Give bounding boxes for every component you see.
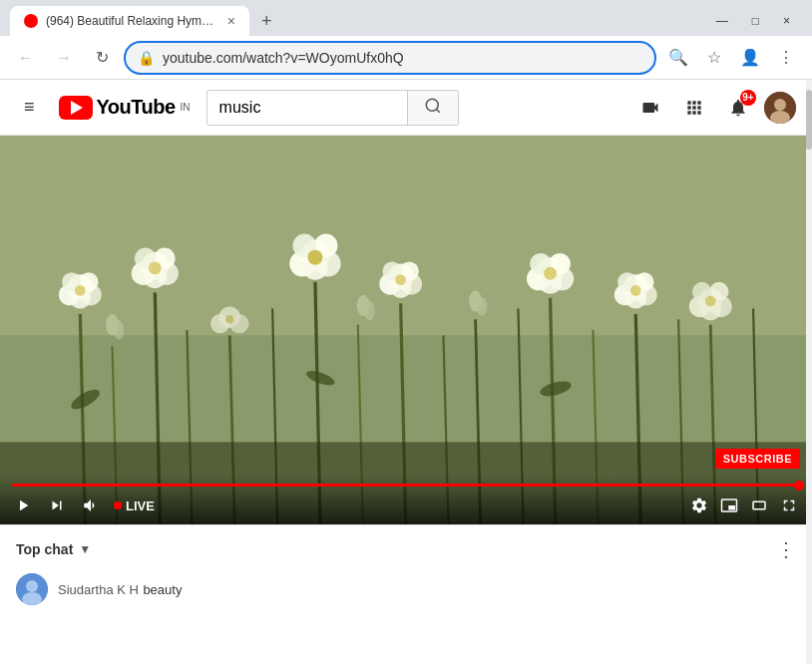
maximize-button[interactable]: □ [740,10,771,32]
address-bar-input[interactable] [163,50,642,66]
lock-icon: 🔒 [138,50,155,66]
browser-search-icon[interactable]: 🔍 [662,42,694,74]
skip-button[interactable] [46,495,68,516]
svg-point-83 [477,297,488,316]
video-thumbnail [0,136,812,524]
yt-search-input[interactable] [207,91,407,125]
yt-logo-text: YouTube [97,96,176,119]
forward-button[interactable]: → [48,42,80,74]
youtube-page: ≡ YouTubeIN 9+ [0,80,812,664]
controls-right [688,495,800,516]
svg-point-3 [774,99,786,111]
yt-header: ≡ YouTubeIN 9+ [0,80,812,136]
video-container: SUBSCRIBE [0,136,812,524]
yt-logo-icon [59,96,93,120]
nav-bar: ← → ↻ 🔒 🔍 ☆ 👤 ⋮ [0,36,812,80]
controls-left: LIVE [12,495,155,516]
svg-line-1 [436,109,439,112]
tab-title: (964) Beautiful Relaxing Hymns... [46,14,219,28]
chat-username: Siudartha K H [58,582,139,597]
video-controls: LIVE [0,476,812,524]
chat-more-button[interactable]: ⋮ [776,537,796,561]
window-controls: — □ × [704,10,802,32]
settings-button[interactable] [688,495,710,516]
yt-search-button[interactable] [407,91,458,125]
active-tab[interactable]: (964) Beautiful Relaxing Hymns... × [10,6,249,36]
svg-point-31 [75,285,86,296]
svg-point-38 [149,261,162,274]
svg-point-77 [705,296,716,307]
chat-avatar [16,573,48,605]
address-bar-wrapper: 🔒 [124,41,656,75]
bookmark-icon[interactable]: ☆ [698,42,730,74]
svg-point-0 [426,99,438,111]
notification-badge: 9+ [740,90,756,106]
browser-chrome: (964) Beautiful Relaxing Hymns... × + — … [0,0,812,80]
svg-point-70 [225,315,234,324]
fullscreen-button[interactable] [778,495,800,516]
yt-menu-icon[interactable]: ≡ [16,89,43,126]
chat-title[interactable]: Top chat ▼ [16,541,91,557]
nav-icons: 🔍 ☆ 👤 ⋮ [662,42,802,74]
volume-button[interactable] [80,495,102,516]
browser-menu-icon[interactable]: ⋮ [770,42,802,74]
chat-content: Siudartha K H beauty [58,580,796,598]
scrollbar-thumb[interactable] [806,90,812,150]
chat-section: Top chat ▼ ⋮ Siudartha K H beauty [0,524,812,617]
svg-point-52 [395,274,406,285]
notification-button[interactable]: 9+ [720,90,756,126]
yt-play-shape [71,101,83,115]
upload-button[interactable] [632,90,668,126]
svg-point-45 [307,250,322,265]
svg-point-79 [114,320,125,339]
tab-close-icon[interactable]: × [227,13,235,29]
yt-logo[interactable]: YouTubeIN [59,96,191,120]
miniplayer-button[interactable] [718,495,740,516]
svg-point-59 [544,267,557,280]
svg-point-81 [364,301,375,320]
minimize-button[interactable]: — [704,10,740,32]
play-button[interactable] [12,495,34,516]
live-label: LIVE [126,498,155,513]
profile-icon[interactable]: 👤 [734,42,766,74]
yt-search-bar [206,90,459,126]
subscribe-overlay[interactable]: SUBSCRIBE [715,449,800,469]
chat-text: beauty [143,582,182,597]
live-dot [114,501,122,509]
apps-button[interactable] [676,90,712,126]
chat-header: Top chat ▼ ⋮ [16,537,796,561]
controls-row: LIVE [12,495,800,516]
title-bar: (964) Beautiful Relaxing Hymns... × + — … [0,0,812,36]
yt-avatar[interactable] [764,92,796,124]
svg-point-89 [26,580,38,592]
theater-button[interactable] [748,495,770,516]
svg-point-66 [630,285,641,296]
yt-logo-country: IN [181,102,191,113]
yt-header-right: 9+ [632,90,796,126]
scrollbar-track[interactable] [806,80,812,664]
live-badge: LIVE [114,498,155,513]
new-tab-button[interactable]: + [253,7,280,36]
tab-favicon [24,14,38,28]
video-player[interactable]: SUBSCRIBE [0,136,812,524]
chat-chevron-icon: ▼ [79,542,91,556]
back-button[interactable]: ← [10,42,42,74]
tab-area: (964) Beautiful Relaxing Hymns... × + [10,6,280,36]
progress-bar[interactable] [12,484,800,487]
progress-dot [794,481,804,491]
chat-message: Siudartha K H beauty [16,573,796,605]
chat-title-text: Top chat [16,541,73,557]
refresh-button[interactable]: ↻ [86,42,118,74]
close-button[interactable]: × [771,10,802,32]
